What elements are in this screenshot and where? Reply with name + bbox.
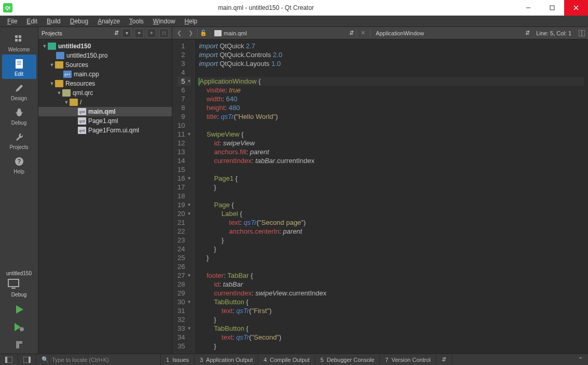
- mode-help[interactable]: ? Help: [2, 152, 36, 177]
- line-number[interactable]: 18: [177, 192, 191, 200]
- tree-project-root[interactable]: ▼untitled150: [38, 42, 172, 51]
- toggle-left-sidebar-button[interactable]: [0, 354, 18, 365]
- line-number[interactable]: 23: [177, 236, 191, 245]
- tree-page1[interactable]: qmlPage1.qml: [38, 116, 172, 126]
- line-number[interactable]: 11▼: [177, 130, 191, 139]
- locator-input[interactable]: 🔍Type to locate (Ctrl+K): [36, 354, 161, 365]
- project-tree[interactable]: ▼untitled150 untitled150.pro ▼Sources c+…: [38, 39, 172, 137]
- maximize-button[interactable]: [540, 0, 564, 16]
- menu-build[interactable]: Build: [43, 17, 65, 26]
- filter-button[interactable]: ▾: [122, 29, 131, 38]
- line-number[interactable]: 7: [177, 94, 191, 103]
- add-button[interactable]: +: [147, 29, 156, 38]
- line-number[interactable]: 3: [177, 59, 191, 68]
- line-number[interactable]: 20▼: [177, 209, 191, 218]
- monitor-icon: [6, 278, 32, 290]
- nav-forward-button[interactable]: ❯: [186, 29, 195, 38]
- line-number[interactable]: 17: [177, 183, 191, 192]
- menu-edit[interactable]: Edit: [22, 17, 42, 26]
- view-selector[interactable]: Projects⇵: [42, 30, 119, 36]
- line-number[interactable]: 12: [177, 139, 191, 147]
- tree-resources-folder[interactable]: ▼Resources: [38, 79, 172, 88]
- svg-rect-8: [16, 59, 23, 69]
- close-file-button[interactable]: ✕: [359, 29, 368, 38]
- line-number[interactable]: 2: [177, 50, 191, 59]
- menu-help[interactable]: Help: [181, 17, 202, 26]
- tree-page1form[interactable]: qmlPage1Form.ui.qml: [38, 126, 172, 135]
- minimize-button[interactable]: [516, 0, 540, 16]
- build-button[interactable]: [9, 338, 30, 352]
- line-number[interactable]: 15: [177, 165, 191, 174]
- tree-pro-file[interactable]: untitled150.pro: [38, 51, 172, 60]
- line-number[interactable]: 8: [177, 103, 191, 112]
- line-number[interactable]: 19▼: [177, 200, 191, 209]
- line-gutter[interactable]: 12345▼67891011▼1213141516▼171819▼20▼2122…: [172, 39, 195, 354]
- output-pane-compile-output[interactable]: 4Compile Output: [258, 354, 316, 365]
- output-pane-version-control[interactable]: 7Version Control: [380, 354, 436, 365]
- line-number[interactable]: 21: [177, 218, 191, 227]
- tree-slash-folder[interactable]: ▼/: [38, 98, 172, 107]
- line-number[interactable]: 33▼: [177, 324, 191, 333]
- mode-design[interactable]: Design: [2, 79, 36, 103]
- lock-icon[interactable]: 🔓: [200, 30, 208, 36]
- line-number[interactable]: 1: [177, 42, 191, 50]
- expand-output-button[interactable]: ⌃: [573, 354, 588, 365]
- output-pane-issues[interactable]: 1Issues: [161, 354, 195, 365]
- line-number[interactable]: 5▼: [177, 77, 191, 86]
- run-button[interactable]: [9, 303, 30, 316]
- line-number[interactable]: 9: [177, 112, 191, 121]
- open-file-selector[interactable]: main.qml: [210, 30, 251, 36]
- code-editor[interactable]: 12345▼67891011▼1213141516▼171819▼20▼2122…: [172, 39, 588, 354]
- menu-analyze[interactable]: Analyze: [93, 17, 124, 26]
- tree-sources-folder[interactable]: ▼Sources: [38, 60, 172, 70]
- output-selector[interactable]: ⇵: [436, 354, 452, 365]
- split-button[interactable]: □: [159, 29, 169, 38]
- line-number[interactable]: 14: [177, 156, 191, 165]
- line-number[interactable]: 26: [177, 262, 191, 271]
- window-title: main.qml - untitled150 - Qt Creator: [16, 4, 516, 11]
- line-number[interactable]: 25: [177, 253, 191, 262]
- svg-rect-1: [550, 6, 554, 10]
- line-number[interactable]: 35: [177, 342, 191, 350]
- line-number[interactable]: 22: [177, 227, 191, 236]
- tree-maincpp[interactable]: c++main.cpp: [38, 70, 172, 79]
- breadcrumb-selector[interactable]: ApplicationWindow: [373, 30, 427, 36]
- line-number[interactable]: 30▼: [177, 298, 191, 306]
- tree-qrc[interactable]: ▼qml.qrc: [38, 88, 172, 98]
- mode-debug[interactable]: Debug: [2, 103, 36, 128]
- close-button[interactable]: [564, 0, 588, 16]
- line-number[interactable]: 28: [177, 280, 191, 289]
- menu-debug[interactable]: Debug: [66, 17, 92, 26]
- source-text[interactable]: import QtQuick 2.7import QtQuick.Control…: [195, 39, 588, 354]
- mode-welcome[interactable]: Welcome: [2, 30, 36, 55]
- menu-file[interactable]: File: [3, 17, 21, 26]
- split-editor-button[interactable]: [578, 30, 586, 36]
- cursor-position[interactable]: Line: 5, Col: 1: [532, 30, 576, 36]
- line-number[interactable]: 4: [177, 68, 191, 77]
- line-number[interactable]: 10: [177, 121, 191, 130]
- line-number[interactable]: 27▼: [177, 271, 191, 280]
- line-number[interactable]: 16▼: [177, 174, 191, 183]
- output-pane-debugger-console[interactable]: 5Debugger Console: [316, 354, 380, 365]
- line-number[interactable]: 29: [177, 289, 191, 298]
- kit-selector[interactable]: untitled150 Debug: [6, 267, 32, 301]
- search-icon: 🔍: [42, 356, 49, 363]
- line-number[interactable]: 6: [177, 86, 191, 94]
- link-button[interactable]: ⚭: [134, 29, 144, 38]
- toggle-right-sidebar-button[interactable]: [18, 354, 36, 365]
- line-number[interactable]: 13: [177, 147, 191, 156]
- run-debug-button[interactable]: [9, 320, 30, 334]
- line-number[interactable]: 24: [177, 245, 191, 253]
- qml-icon: qml: [78, 127, 86, 134]
- menu-tools[interactable]: Tools: [125, 17, 148, 26]
- line-number[interactable]: 31: [177, 306, 191, 315]
- nav-back-button[interactable]: ❮: [174, 29, 184, 38]
- mode-edit[interactable]: Edit: [2, 55, 36, 79]
- line-number[interactable]: 32: [177, 315, 191, 324]
- line-number[interactable]: 34: [177, 333, 191, 342]
- tree-mainqml[interactable]: qmlmain.qml: [38, 107, 172, 116]
- menu-window[interactable]: Window: [149, 17, 180, 26]
- bug-icon: [2, 106, 36, 119]
- mode-projects[interactable]: Projects: [2, 128, 36, 152]
- output-pane-application-output[interactable]: 3Application Output: [195, 354, 258, 365]
